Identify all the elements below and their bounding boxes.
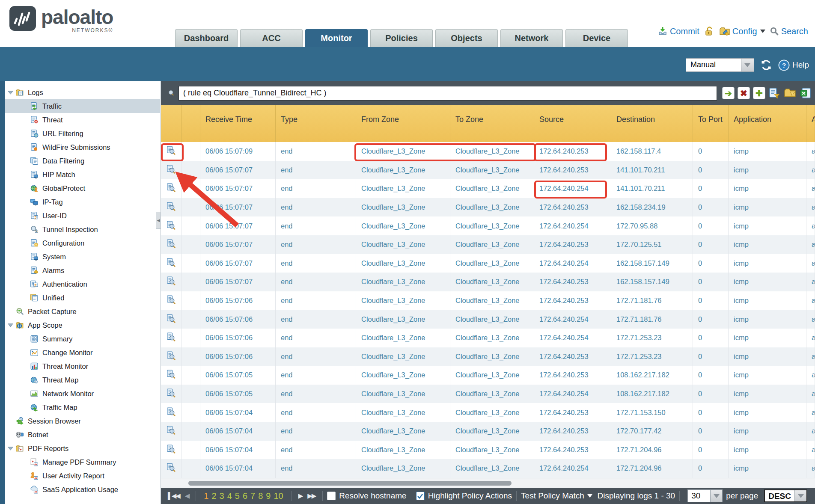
sidebar-item-configuration[interactable]: Configuration <box>5 236 160 250</box>
cell-destination[interactable]: 141.101.70.211 <box>611 179 693 198</box>
cell-type[interactable]: end <box>276 422 356 441</box>
cell-receive-time[interactable]: 06/06 15:07:07 <box>200 254 276 273</box>
cell-action[interactable]: a <box>806 422 815 441</box>
cell-source[interactable]: 172.64.240.254 <box>534 179 611 198</box>
page-number-8[interactable]: 8 <box>258 491 263 501</box>
cell-to-port[interactable]: 0 <box>693 422 729 441</box>
refresh-icon[interactable] <box>760 59 772 71</box>
log-detail-icon[interactable] <box>167 351 175 362</box>
cell-detail[interactable] <box>161 329 181 347</box>
cell-application[interactable]: icmp <box>729 216 806 235</box>
cell-detail[interactable] <box>161 403 181 422</box>
cell-destination[interactable]: 172.71.153.150 <box>611 403 693 422</box>
sidebar-item-user-id[interactable]: User-ID <box>5 209 160 222</box>
log-detail-icon[interactable] <box>167 221 175 231</box>
cell-to-zone[interactable]: Cloudflare_L3_Zone <box>450 161 534 180</box>
refresh-mode-caret[interactable] <box>741 59 754 71</box>
cell-receive-time[interactable]: 06/06 15:07:07 <box>200 235 276 254</box>
cell-source[interactable]: 172.64.240.254 <box>534 385 611 403</box>
cell-from-zone[interactable]: Cloudflare_L3_Zone <box>356 347 450 366</box>
help-link[interactable]: ? Help <box>778 59 809 71</box>
lock-icon[interactable] <box>704 26 715 37</box>
log-detail-icon[interactable] <box>167 146 175 157</box>
cell-to-port[interactable]: 0 <box>693 161 729 180</box>
cell-destination[interactable]: 172.71.253.23 <box>611 329 693 347</box>
cell-action[interactable]: a <box>806 441 815 460</box>
log-detail-icon[interactable] <box>167 332 175 343</box>
per-page-select[interactable]: 30 <box>687 489 723 502</box>
expand-caret-icon[interactable] <box>5 446 15 451</box>
sidebar-item-threat-monitor[interactable]: Threat Monitor <box>5 359 160 373</box>
cell-destination[interactable]: 172.71.204.96 <box>611 441 693 460</box>
tab-policies[interactable]: Policies <box>370 29 433 47</box>
cell-detail[interactable] <box>161 254 181 273</box>
cell-to-zone[interactable]: Cloudflare_L3_Zone <box>450 403 534 422</box>
page-number-3[interactable]: 3 <box>220 491 224 501</box>
cell-type[interactable]: end <box>276 459 356 478</box>
cell-source[interactable]: 172.64.240.253 <box>534 291 611 310</box>
cell-detail[interactable] <box>161 142 181 161</box>
sidebar-item-session-browser[interactable]: Session Browser <box>5 414 160 428</box>
cell-application[interactable]: icmp <box>729 403 806 422</box>
page-number-10[interactable]: 10 <box>274 491 283 501</box>
column-header-from-zone[interactable]: From Zone <box>356 105 450 142</box>
cell-destination[interactable]: 172.71.204.96 <box>611 459 693 478</box>
cell-receive-time[interactable]: 06/06 15:07:06 <box>200 347 276 366</box>
cell-action[interactable]: a <box>806 142 815 161</box>
cell-from-zone[interactable]: Cloudflare_L3_Zone <box>356 198 450 217</box>
sidebar-item-traffic[interactable]: Traffic <box>5 99 160 113</box>
cell-source[interactable]: 172.64.240.254 <box>534 254 611 273</box>
cell-to-port[interactable]: 0 <box>693 366 729 385</box>
cell-from-zone[interactable]: Cloudflare_L3_Zone <box>356 273 450 291</box>
column-header-a[interactable]: A <box>806 105 815 142</box>
cell-application[interactable]: icmp <box>729 366 806 385</box>
sort-order-select[interactable]: DESC <box>764 489 807 502</box>
cell-receive-time[interactable]: 06/06 15:07:09 <box>200 142 276 161</box>
cell-receive-time[interactable]: 06/06 15:07:04 <box>200 422 276 441</box>
sidebar-item-data-filtering[interactable]: Data Filtering <box>5 154 160 168</box>
cell-destination[interactable]: 172.70.95.88 <box>611 216 693 235</box>
cell-application[interactable]: icmp <box>729 310 806 329</box>
page-number-9[interactable]: 9 <box>266 491 271 501</box>
cell-action[interactable]: a <box>806 310 815 329</box>
cell-from-zone[interactable]: Cloudflare_L3_Zone <box>356 310 450 329</box>
cell-action[interactable]: a <box>806 216 815 235</box>
cell-receive-time[interactable]: 06/06 15:07:06 <box>200 329 276 347</box>
cell-detail[interactable] <box>161 235 181 254</box>
cell-destination[interactable]: 162.158.157.149 <box>611 273 693 291</box>
cell-from-zone[interactable]: Cloudflare_L3_Zone <box>356 329 450 347</box>
add-filter-icon[interactable]: ✚ <box>753 87 765 99</box>
cell-to-zone[interactable]: Cloudflare_L3_Zone <box>450 459 534 478</box>
cell-action[interactable]: a <box>806 347 815 366</box>
sidebar-item-unified[interactable]: Unified <box>5 291 160 305</box>
cell-to-zone[interactable]: Cloudflare_L3_Zone <box>450 366 534 385</box>
cell-type[interactable]: end <box>276 273 356 291</box>
cell-type[interactable]: end <box>276 291 356 310</box>
cell-detail[interactable] <box>161 291 181 310</box>
config-menu[interactable]: Config <box>719 26 765 37</box>
cell-to-zone[interactable]: Cloudflare_L3_Zone <box>450 441 534 460</box>
column-header-receive-time[interactable]: Receive Time <box>200 105 276 142</box>
test-policy-match-menu[interactable]: Test Policy Match <box>521 491 592 501</box>
cell-action[interactable]: a <box>806 329 815 347</box>
expand-caret-icon[interactable] <box>5 90 15 95</box>
cell-application[interactable]: icmp <box>729 347 806 366</box>
cell-from-zone[interactable]: Cloudflare_L3_Zone <box>356 459 450 478</box>
cell-destination[interactable]: 172.71.181.76 <box>611 291 693 310</box>
clear-filter-icon[interactable]: ✖ <box>738 87 750 99</box>
global-search[interactable]: Search <box>770 27 808 36</box>
cell-destination[interactable]: 108.162.217.182 <box>611 385 693 403</box>
cell-action[interactable]: a <box>806 161 815 180</box>
cell-to-port[interactable]: 0 <box>693 291 729 310</box>
cell-to-port[interactable]: 0 <box>693 385 729 403</box>
apply-filter-icon[interactable]: ➔ <box>722 87 735 99</box>
cell-to-port[interactable]: 0 <box>693 441 729 460</box>
cell-type[interactable]: end <box>276 142 356 161</box>
load-filter-icon[interactable] <box>784 87 796 99</box>
cell-detail[interactable] <box>161 273 181 291</box>
cell-destination[interactable]: 172.71.181.76 <box>611 310 693 329</box>
cell-source[interactable]: 172.64.240.253 <box>534 422 611 441</box>
cell-receive-time[interactable]: 06/06 15:07:05 <box>200 385 276 403</box>
cell-action[interactable]: a <box>806 179 815 198</box>
sidebar-item-app-scope[interactable]: App Scope <box>5 318 160 332</box>
